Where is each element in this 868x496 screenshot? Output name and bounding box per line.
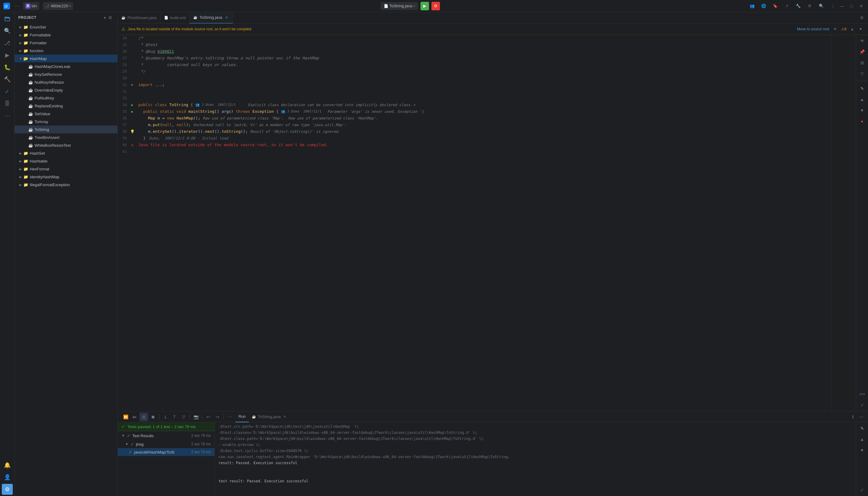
sidebar-item-toarray[interactable]: ☕ ToArray — [15, 118, 118, 125]
rerun-failed-button[interactable]: ⊞ — [140, 413, 148, 421]
branch-selector[interactable]: ⎇ 480dc220 ▾ — [43, 2, 73, 10]
filter-button[interactable]: ▽ — [179, 413, 188, 421]
br-check-icon[interactable]: ✓ — [857, 485, 867, 495]
more-actions-button[interactable]: ⋯ — [226, 413, 234, 421]
bottom-panel-close-icon[interactable]: — — [857, 413, 866, 421]
rerun-button[interactable]: ⏩ — [121, 413, 130, 421]
activity-search-icon[interactable]: 🔍 — [2, 26, 13, 36]
sidebar-settings-button[interactable]: ⚙ — [106, 14, 114, 21]
sidebar-item-tostring[interactable]: ☕ ToString — [15, 125, 118, 134]
activity-test-icon[interactable]: ✓ — [2, 86, 13, 97]
line-number-35: 35 — [118, 108, 128, 115]
run-button[interactable]: ▶ — [421, 2, 429, 10]
share-icon[interactable]: ↗ — [782, 2, 792, 10]
br-up-icon[interactable]: ▲ — [857, 434, 867, 444]
code-editor-main[interactable]: 24 25 26 27 — [118, 35, 832, 411]
br-down-icon[interactable]: ▼ — [857, 445, 867, 455]
activity-git-icon[interactable]: ⎇ — [2, 37, 13, 48]
run-gutter-35[interactable]: ▶ — [128, 108, 136, 115]
activity-run-icon[interactable]: ▶ — [2, 50, 13, 61]
sidebar-item-hexformat[interactable]: ▶ 📁 HexFormat — [15, 165, 118, 173]
sidebar-item-setvalue[interactable]: ☕ SetValue — [15, 110, 118, 118]
activity-account-icon[interactable]: 👤 — [2, 472, 13, 483]
more-icon[interactable]: ⋮ — [828, 2, 838, 10]
debug-button[interactable]: ⚙ — [431, 2, 440, 10]
sidebar-item-treebinassert[interactable]: ☕ TreeBinAssert — [15, 134, 118, 141]
right-panel-up-icon[interactable]: ▲ — [857, 95, 867, 104]
right-panel-filter-icon[interactable]: ▽ — [857, 69, 867, 79]
users-icon[interactable]: 👥 — [747, 2, 757, 10]
warning-down-icon[interactable]: ▼ — [857, 26, 864, 33]
minimize-button[interactable]: — — [838, 2, 846, 10]
settings-icon[interactable]: ⚙ — [805, 2, 814, 10]
bottom-panel-info-icon[interactable]: ℹ — [849, 413, 857, 421]
sort-desc-button[interactable]: ⤒ — [170, 413, 179, 421]
tab-buildxml[interactable]: 📄 build.xml — [161, 12, 189, 24]
search-icon[interactable]: 🔍 — [817, 2, 826, 10]
translate-icon[interactable]: 🌐 — [759, 2, 768, 10]
sidebar-item-illegalformatexception[interactable]: ▶ 📁 IllegalFormatException — [15, 181, 118, 189]
warning-up-icon[interactable]: ▲ — [849, 26, 856, 33]
test-group-jtreg[interactable]: ▼ ✓ jtreg 2 sec 79 ms — [118, 440, 214, 448]
tab-settings-icon[interactable]: ⚙ — [858, 14, 866, 21]
sidebar-item-identityhashmap[interactable]: ▶ 📁 IdentityHashMap — [15, 173, 118, 181]
sidebar-item-hashtable[interactable]: ▶ 📁 Hashtable — [15, 157, 118, 165]
right-panel-dot-icon[interactable]: ● — [857, 117, 867, 126]
back-button[interactable]: ↩ — [204, 413, 213, 421]
activity-more-icon[interactable]: ⋯ — [2, 110, 13, 121]
sidebar-item-nullkeyatresize[interactable]: ☕ NullKeyAtResize — [15, 78, 118, 86]
sidebar-item-hashset[interactable]: ▶ 📁 HashSet — [15, 149, 118, 157]
right-panel-eye-icon[interactable]: 👁 — [857, 36, 867, 46]
workspace-selector[interactable]: B bin — [23, 2, 39, 10]
warning-eye-icon[interactable]: 👁 — [832, 26, 839, 33]
activity-debug-icon[interactable]: 🐛 — [2, 62, 13, 73]
center-file-pill[interactable]: 📄 ToString.java ▾ — [381, 2, 418, 10]
bottom-tab-close-button[interactable]: ✕ — [283, 415, 287, 419]
tab-printstream[interactable]: ☕ PrintStream.java — [118, 12, 161, 24]
sidebar-item-enumset[interactable]: ▶ 📁 EnumSet — [15, 23, 118, 31]
sidebar-item-whiteboxresizetest[interactable]: ☕ WhiteBoxResizeTest — [15, 141, 118, 149]
forward-button[interactable]: ↪ — [213, 413, 222, 421]
sidebar-item-replaceexisting[interactable]: ☕ ReplaceExisting — [15, 102, 118, 110]
bookmark-icon[interactable]: 🔖 — [770, 2, 780, 10]
sort-asc-button[interactable]: ⤓ — [161, 413, 170, 421]
code-content[interactable]: /* * @test * @bug 4189821 * @summary Has… — [136, 35, 832, 411]
tools-icon[interactable]: 🔧 — [793, 2, 803, 10]
test-subitem-tostring[interactable]: ✓ java/util/HashMap/ToSt 2 sec 79 ms — [118, 448, 214, 456]
sidebar-item-putnullkey[interactable]: ☕ PutNullKey — [15, 94, 118, 102]
right-panel-grid-icon[interactable]: ⊞ — [857, 58, 867, 67]
stop-tests-button[interactable]: ⏭ — [131, 413, 139, 421]
code-editor[interactable]: 24 25 26 27 — [118, 35, 868, 411]
test-results-header[interactable]: ▼ ✓ Test Results 2 sec 79 ms — [118, 431, 214, 440]
run-gutter-34[interactable]: ▶ — [128, 102, 136, 108]
close-button[interactable]: ✕ — [857, 2, 866, 10]
right-panel-down-icon[interactable]: ▼ — [857, 106, 867, 115]
right-panel-pencil-icon[interactable]: ✎ — [857, 84, 867, 93]
sidebar-item-hashmap[interactable]: ▼ 📂 HashMap — [15, 55, 118, 62]
activity-folder-icon[interactable] — [2, 13, 13, 24]
maximize-button[interactable]: □ — [847, 2, 856, 10]
screenshot-button[interactable]: 📷 — [192, 413, 200, 421]
tab-tostring[interactable]: ☕ ToString.java ✕ — [189, 12, 233, 24]
right-panel-check-icon[interactable]: ✓ — [857, 400, 867, 410]
sidebar-item-formatter[interactable]: ▶ 📁 Formatter — [15, 39, 118, 47]
code-line-35: public static void main(String[] args) t… — [138, 108, 829, 115]
stop-button[interactable]: ⏹ — [149, 413, 157, 421]
activity-build-icon[interactable]: 🔨 — [2, 74, 13, 85]
tab-close-button[interactable]: ✕ — [224, 15, 229, 20]
menu-dots[interactable]: ··· — [13, 2, 21, 10]
sidebar-item-keysetremove[interactable]: ☕ KeySetRemove — [15, 70, 118, 78]
tree-arrow-icon: ▶ — [18, 183, 23, 186]
br-pencil-icon[interactable]: ✎ — [857, 423, 867, 433]
right-panel-pin-icon[interactable]: 📌 — [857, 47, 867, 57]
bottom-tab-run[interactable]: Run — [235, 412, 249, 422]
sidebar-item-hashmapcloneleak[interactable]: ☕ HashMapCloneLeak — [15, 62, 118, 70]
move-to-source-link[interactable]: Move to source root — [797, 27, 829, 31]
bottom-tab-tostring[interactable]: ☕ ToString.java ✕ — [249, 412, 290, 422]
sidebar-item-formattable[interactable]: ▶ 📁 Formattable — [15, 31, 118, 39]
sidebar-item-function[interactable]: ▶ 📁 function — [15, 47, 118, 55]
sidebar-item-overridesempty[interactable]: ☕ OverridesEmpty — [15, 86, 118, 94]
activity-db-icon[interactable]: 🗄 — [2, 98, 13, 109]
activity-settings-bottom-icon[interactable]: ⚙ — [2, 484, 13, 495]
activity-notifications-icon[interactable]: 🔔 — [2, 460, 13, 470]
